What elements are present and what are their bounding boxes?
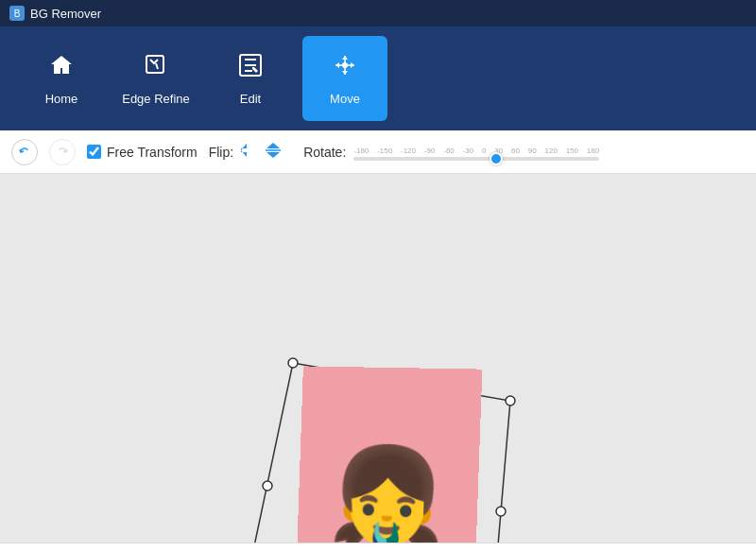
rotate-label: Rotate: [303, 145, 346, 160]
handle-mr[interactable] [496, 507, 506, 516]
nav-item-move[interactable]: Move [302, 36, 387, 121]
undo-button[interactable] [11, 139, 38, 165]
redo-button[interactable] [49, 139, 76, 165]
edge-refine-icon [143, 52, 169, 84]
title-bar: B BG Remover [0, 0, 756, 26]
rotate-area: Rotate: -180 -150 -120 -90 -60 -30 0 30 … [303, 144, 599, 161]
nav-item-edge-refine[interactable]: Edge Refine [113, 36, 198, 121]
move-icon [332, 52, 358, 84]
home-icon [48, 52, 75, 84]
flip-horizontal-button[interactable] [239, 142, 258, 163]
image-content: 👧 🩱 [295, 366, 482, 543]
svg-rect-0 [146, 56, 163, 73]
edit-icon [237, 52, 264, 84]
svg-marker-6 [266, 152, 280, 158]
flip-area: Flip: [209, 142, 283, 163]
flip-label: Flip: [209, 145, 233, 160]
handle-tl[interactable] [288, 358, 298, 368]
handle-tr[interactable] [506, 396, 515, 405]
free-transform-checkbox[interactable] [87, 145, 101, 159]
nav-edit-label: Edit [240, 92, 261, 106]
canvas-area: 👧 🩱 [0, 174, 756, 543]
svg-marker-3 [241, 144, 247, 150]
app-icon: B [9, 6, 25, 21]
nav-item-edit[interactable]: Edit [208, 36, 293, 121]
rotate-slider[interactable] [353, 157, 599, 161]
free-transform-label: Free Transform [107, 145, 198, 160]
nav-item-home[interactable]: Home [19, 36, 104, 121]
toolbar: Free Transform Flip: Rotate: -180 [0, 130, 756, 174]
free-transform-area: Free Transform [87, 145, 198, 160]
nav-bar: Home Edge Refine Edit [0, 26, 756, 130]
svg-marker-5 [266, 143, 280, 148]
nav-edge-refine-label: Edge Refine [122, 92, 190, 106]
nav-home-label: Home [45, 92, 78, 106]
zoom-bar: ✋ 30% [0, 543, 756, 552]
nav-move-label: Move [330, 92, 360, 106]
flip-vertical-button[interactable] [264, 142, 283, 163]
app-title: BG Remover [30, 7, 101, 21]
handle-ml[interactable] [263, 481, 272, 491]
svg-marker-4 [241, 150, 247, 157]
